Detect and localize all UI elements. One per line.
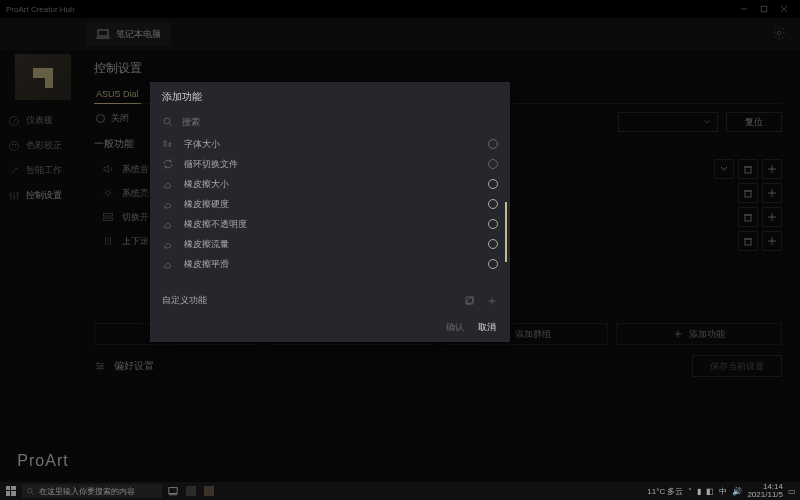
tray-icon[interactable]: ◧ <box>706 487 714 496</box>
list-item[interactable]: 橡皮擦硬度 <box>162 194 498 214</box>
svg-rect-62 <box>6 491 10 496</box>
task-view-button[interactable] <box>166 484 180 498</box>
cancel-button[interactable]: 取消 <box>478 321 496 334</box>
item-label: 橡皮擦大小 <box>184 178 229 191</box>
svg-line-65 <box>32 492 34 494</box>
svg-rect-61 <box>11 486 16 490</box>
svg-rect-66 <box>169 488 177 494</box>
edit-icon[interactable] <box>464 295 476 307</box>
svg-rect-63 <box>11 491 16 496</box>
radio-icon <box>488 259 498 269</box>
modal-title: 添加功能 <box>150 82 510 112</box>
taskbar-search-placeholder: 在这里输入你要搜索的内容 <box>39 486 135 497</box>
list-item[interactable]: 橡皮擦不透明度 <box>162 214 498 234</box>
scrollbar-thumb[interactable] <box>505 202 507 262</box>
tray-chevron[interactable]: ˄ <box>688 487 692 496</box>
custom-function-row: 自定义功能 <box>150 288 510 313</box>
svg-rect-69 <box>204 486 214 496</box>
taskbar-search[interactable]: 在这里输入你要搜索的内容 <box>22 484 162 498</box>
radio-icon <box>488 219 498 229</box>
item-label: 循环切换文件 <box>184 158 238 171</box>
item-label: 字体大小 <box>184 138 220 151</box>
confirm-button[interactable]: 确认 <box>446 321 464 334</box>
radio-icon <box>488 139 498 149</box>
eraser-icon <box>162 178 174 190</box>
ime-indicator[interactable]: 中 <box>719 486 727 497</box>
item-label: 橡皮擦硬度 <box>184 198 229 211</box>
list-item[interactable]: 橡皮擦平滑 <box>162 254 498 274</box>
item-label: 橡皮擦平滑 <box>184 258 229 271</box>
list-item[interactable]: 循环切换文件 <box>162 154 498 174</box>
add-function-modal: 添加功能 字体大小 循环切换文件 橡皮擦大小 橡皮擦硬度 <box>150 82 510 342</box>
modal-footer: 确认 取消 <box>150 313 510 342</box>
custom-label: 自定义功能 <box>162 294 207 307</box>
weather-widget[interactable]: 11°C 多云 <box>647 486 683 497</box>
modal-search <box>150 112 510 134</box>
svg-line-56 <box>170 124 173 127</box>
date: 2021/11/5 <box>747 491 783 499</box>
tray-icon[interactable]: ▮ <box>697 487 701 496</box>
svg-rect-68 <box>186 486 196 496</box>
search-icon <box>162 116 174 128</box>
eraser-icon <box>162 238 174 250</box>
eraser-icon <box>162 218 174 230</box>
search-icon <box>26 487 35 496</box>
taskbar: 在这里输入你要搜索的内容 11°C 多云 ˄ ▮ ◧ 中 🔊 14:14 202… <box>0 482 800 500</box>
eraser-icon <box>162 258 174 270</box>
search-input[interactable] <box>182 117 498 127</box>
modal-list: 字体大小 循环切换文件 橡皮擦大小 橡皮擦硬度 橡皮擦不透明度 <box>150 134 510 288</box>
radio-icon <box>488 159 498 169</box>
plus-icon[interactable] <box>486 295 498 307</box>
notifications-button[interactable]: ▭ <box>788 487 796 496</box>
list-item[interactable]: 橡皮擦流量 <box>162 234 498 254</box>
clock[interactable]: 14:14 2021/11/5 <box>747 483 783 499</box>
eraser-icon <box>162 198 174 210</box>
item-label: 橡皮擦流量 <box>184 238 229 251</box>
svg-rect-60 <box>6 486 10 490</box>
radio-icon <box>488 239 498 249</box>
start-button[interactable] <box>4 484 18 498</box>
system-tray: 11°C 多云 ˄ ▮ ◧ 中 🔊 14:14 2021/11/5 ▭ <box>647 483 796 499</box>
taskbar-app[interactable] <box>202 484 216 498</box>
radio-icon <box>488 199 498 209</box>
text-size-icon <box>162 138 174 150</box>
radio-icon <box>488 179 498 189</box>
item-label: 橡皮擦不透明度 <box>184 218 247 231</box>
list-item[interactable]: 橡皮擦大小 <box>162 174 498 194</box>
taskbar-app[interactable] <box>184 484 198 498</box>
list-item[interactable]: 字体大小 <box>162 134 498 154</box>
tray-icon[interactable]: 🔊 <box>732 487 742 496</box>
svg-point-55 <box>164 118 170 124</box>
svg-point-64 <box>28 488 33 493</box>
cycle-icon <box>162 158 174 170</box>
